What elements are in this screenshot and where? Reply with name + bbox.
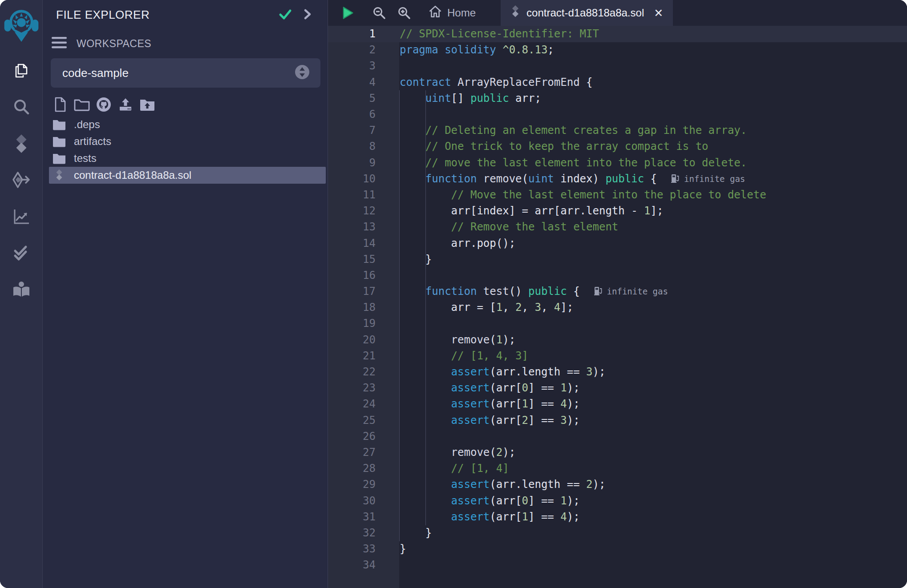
line-number[interactable]: 3 <box>328 60 376 72</box>
line-number[interactable]: 32 <box>328 527 376 539</box>
token <box>400 157 425 169</box>
folder-label: tests <box>74 152 97 165</box>
workspaces-menu-icon[interactable] <box>52 37 67 50</box>
token: ] == <box>528 495 560 507</box>
remix-logo[interactable] <box>4 2 39 46</box>
token: ); <box>567 414 580 427</box>
run-script-button[interactable] <box>340 0 355 26</box>
line-number[interactable]: 8 <box>328 140 376 153</box>
line-number[interactable]: 16 <box>328 269 376 282</box>
line-number[interactable]: 27 <box>328 446 376 459</box>
folder-tests[interactable]: tests <box>43 150 328 167</box>
line-number[interactable]: 19 <box>328 317 376 330</box>
code-text: assert(arr[1] == 4); <box>376 398 580 410</box>
line-number[interactable]: 34 <box>328 559 376 571</box>
github-icon[interactable] <box>96 97 112 113</box>
line-number[interactable]: 21 <box>328 350 376 362</box>
sidebar-item-solidity-compiler[interactable] <box>0 125 42 162</box>
zoom-out-icon[interactable] <box>373 0 386 26</box>
line-number[interactable]: 26 <box>328 430 376 443</box>
deploy-run-icon <box>12 171 31 189</box>
code-text: // SPDX-License-Identifier: MIT <box>376 28 599 40</box>
token: contract <box>400 76 451 89</box>
sidebar-item-unit-testing[interactable] <box>0 235 42 271</box>
line-number[interactable]: 13 <box>328 221 376 233</box>
line-number[interactable]: 33 <box>328 543 376 555</box>
token: remove <box>483 173 522 185</box>
line-number[interactable]: 24 <box>328 398 376 410</box>
file-tree: .depsartifactstestscontract-d1a8818a8a.s… <box>43 116 328 184</box>
line-number[interactable]: 25 <box>328 414 376 427</box>
folder-label: artifacts <box>74 135 111 148</box>
line-number[interactable]: 28 <box>328 462 376 475</box>
code-line: 34 <box>328 557 907 573</box>
line-number[interactable]: 9 <box>328 157 376 169</box>
code-text: arr.pop(); <box>376 237 515 250</box>
sidebar-item-statistics[interactable] <box>0 198 42 235</box>
chevron-right-icon[interactable] <box>304 8 312 22</box>
code-line: 8 // One trick to keep the array compact… <box>328 138 907 154</box>
new-folder-icon[interactable] <box>74 97 90 113</box>
tab-home[interactable]: Home <box>429 0 476 26</box>
sidebar-item-learneth[interactable] <box>0 271 42 308</box>
sidebar-item-file-explorer[interactable] <box>0 52 42 89</box>
tab-contract-file[interactable]: contract-d1a8818a8a.sol ✕ <box>501 0 673 26</box>
token <box>400 511 451 523</box>
upload-file-icon[interactable] <box>117 97 134 113</box>
workspace-select[interactable]: code-sample <box>51 58 320 88</box>
line-number[interactable]: 18 <box>328 301 376 314</box>
line-number[interactable]: 7 <box>328 124 376 137</box>
upload-folder-icon[interactable] <box>139 97 155 113</box>
line-number[interactable]: 4 <box>328 76 376 89</box>
line-number[interactable]: 12 <box>328 205 376 217</box>
code-editor[interactable]: 1// SPDX-License-Identifier: MIT2pragma … <box>328 26 907 588</box>
check-icon[interactable] <box>279 8 292 22</box>
folder-artifacts[interactable]: artifacts <box>43 133 328 150</box>
sidebar-item-search[interactable] <box>0 89 42 125</box>
line-number[interactable]: 6 <box>328 108 376 121</box>
token: (arr[ <box>490 398 522 410</box>
token: ); <box>567 398 580 410</box>
statistics-icon <box>12 208 30 226</box>
line-number[interactable]: 31 <box>328 511 376 523</box>
sidebar-item-deploy-run[interactable] <box>0 162 42 198</box>
line-number[interactable]: 30 <box>328 495 376 507</box>
code-line: 5 uint[] public arr; <box>328 90 907 106</box>
file-contract-sol[interactable]: contract-d1a8818a8a.sol <box>49 167 326 184</box>
line-number[interactable]: 22 <box>328 366 376 378</box>
token: , <box>502 301 515 314</box>
code-line: 27 remove(2); <box>328 444 907 460</box>
code-line: 9 // move the last element into the plac… <box>328 155 907 171</box>
token <box>400 462 451 475</box>
workspace-selected-value: code-sample <box>62 66 129 80</box>
new-file-icon[interactable] <box>52 97 68 113</box>
line-number[interactable]: 29 <box>328 478 376 491</box>
folder-deps[interactable]: .deps <box>43 116 328 133</box>
line-number[interactable]: 20 <box>328 334 376 346</box>
token <box>496 44 502 56</box>
code-line: 4contract ArrayReplaceFromEnd { <box>328 74 907 90</box>
token: 0 <box>522 495 528 507</box>
line-number[interactable]: 23 <box>328 382 376 394</box>
code-line: 24 assert(arr[1] == 4); <box>328 396 907 412</box>
line-number[interactable]: 1 <box>328 28 376 40</box>
line-number[interactable]: 5 <box>328 92 376 105</box>
token <box>400 221 451 233</box>
code-text: assert(arr[1] == 4); <box>376 511 580 523</box>
token: index) <box>554 173 606 185</box>
line-number[interactable]: 2 <box>328 44 376 56</box>
tab-close-icon[interactable]: ✕ <box>654 7 663 20</box>
token: public <box>528 285 567 298</box>
line-number[interactable]: 11 <box>328 189 376 201</box>
code-text: assert(arr[0] == 1); <box>376 495 580 507</box>
workspace-select-toggle-icon[interactable] <box>295 64 310 81</box>
line-number[interactable]: 15 <box>328 253 376 266</box>
token: 4 <box>560 511 567 523</box>
code-line: 1// SPDX-License-Identifier: MIT <box>328 26 907 42</box>
line-number[interactable]: 10 <box>328 173 376 185</box>
line-number[interactable]: 14 <box>328 237 376 250</box>
code-text: // [1, 4] <box>376 462 509 475</box>
token: { <box>580 76 593 89</box>
line-number[interactable]: 17 <box>328 285 376 298</box>
zoom-in-icon[interactable] <box>397 0 411 26</box>
